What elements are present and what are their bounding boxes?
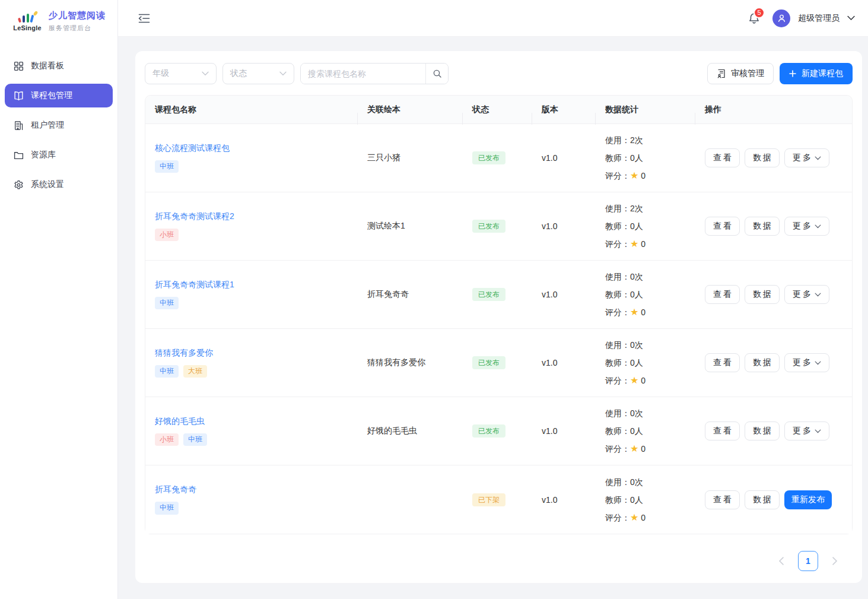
audit-icon xyxy=(717,69,726,78)
data-button[interactable]: 数据 xyxy=(745,353,780,372)
table-row: 猜猜我有多爱你中班大班猜猜我有多爱你已发布v1.0使用：0次教师：0人评分：★ … xyxy=(145,329,852,397)
linked-book-cell: 猜猜我有多爱你 xyxy=(358,357,463,368)
sidebar-item-dashboard[interactable]: 数据看板 xyxy=(5,54,113,78)
plus-icon xyxy=(789,70,796,77)
audit-manage-button[interactable]: 审核管理 xyxy=(707,63,774,84)
table-row: 折耳兔奇奇测试课程2小班测试绘本1已发布v1.0使用：2次教师：0人评分：★ 0… xyxy=(145,192,852,261)
status-cell: 已发布 xyxy=(463,221,532,232)
course-name-link[interactable]: 折耳兔奇奇测试课程1 xyxy=(155,280,234,290)
page-number[interactable]: 1 xyxy=(798,551,818,571)
avatar[interactable] xyxy=(772,9,790,27)
search-input[interactable] xyxy=(301,64,425,84)
version-cell: v1.0 xyxy=(532,153,596,163)
data-button[interactable]: 数据 xyxy=(745,285,780,304)
rating-stat: 评分：★ 0 xyxy=(605,167,686,185)
rating-stat: 评分：★ 0 xyxy=(605,509,686,527)
brand-subtitle: 服务管理后台 xyxy=(49,24,106,33)
data-button[interactable]: 数据 xyxy=(745,421,780,440)
chevron-down-icon xyxy=(815,156,821,160)
rating-stat: 评分：★ 0 xyxy=(605,372,686,389)
topbar: 5 超级管理员 xyxy=(118,0,868,37)
linked-book-cell: 好饿的毛毛虫 xyxy=(358,426,463,436)
more-button[interactable]: 更多 xyxy=(784,285,829,304)
grade-tags: 小班 xyxy=(155,229,348,242)
table-row: 折耳兔奇奇测试课程1中班折耳兔奇奇已发布v1.0使用：0次教师：0人评分：★ 0… xyxy=(145,261,852,329)
next-page-icon[interactable] xyxy=(831,557,838,565)
course-name-link[interactable]: 折耳兔奇奇 xyxy=(155,484,196,495)
course-name-link[interactable]: 折耳兔奇奇测试课程2 xyxy=(155,211,234,222)
grade-select-placeholder: 年级 xyxy=(152,68,169,79)
column-header: 数据统计 xyxy=(596,104,695,115)
view-button[interactable]: 查看 xyxy=(705,148,740,167)
more-button[interactable]: 更多 xyxy=(784,353,829,372)
actions-cell: 查看数据更多 xyxy=(695,148,852,167)
view-button[interactable]: 查看 xyxy=(705,285,740,304)
sidebar-item-building[interactable]: 租户管理 xyxy=(5,113,113,137)
grade-tags: 中班 xyxy=(155,297,348,310)
course-name-link[interactable]: 核心流程测试课程包 xyxy=(155,143,230,154)
star-icon: ★ xyxy=(630,307,638,317)
stats-cell: 使用：0次教师：0人评分：★ 0 xyxy=(596,404,695,458)
course-name-cell: 猜猜我有多爱你中班大班 xyxy=(145,348,358,378)
sidebar-item-folder[interactable]: 资源库 xyxy=(5,143,113,167)
sidebar-item-label: 课程包管理 xyxy=(31,90,72,101)
create-package-button[interactable]: 新建课程包 xyxy=(780,63,853,84)
status-badge: 已发布 xyxy=(472,288,505,301)
grade-tags: 中班 xyxy=(155,502,348,515)
sidebar: LeSingle 少儿智慧阅读 服务管理后台 数据看板课程包管理租户管理资源库系… xyxy=(0,0,118,599)
search-button[interactable] xyxy=(425,64,448,84)
more-button[interactable]: 更多 xyxy=(784,421,829,440)
app-root: LeSingle 少儿智慧阅读 服务管理后台 数据看板课程包管理租户管理资源库系… xyxy=(0,0,868,599)
table-body: 核心流程测试课程包中班三只小猪已发布v1.0使用：2次教师：0人评分：★ 0查看… xyxy=(145,124,852,534)
grade-tag: 中班 xyxy=(155,297,179,310)
data-button[interactable]: 数据 xyxy=(745,217,780,236)
menu-fold-icon[interactable] xyxy=(138,14,150,23)
brand: LeSingle 少儿智慧阅读 服务管理后台 xyxy=(0,0,117,42)
data-button[interactable]: 数据 xyxy=(745,148,780,167)
user-name[interactable]: 超级管理员 xyxy=(798,13,840,24)
status-cell: 已发布 xyxy=(463,426,532,436)
version-cell: v1.0 xyxy=(532,358,596,367)
more-button[interactable]: 更多 xyxy=(784,217,829,236)
logo-bars-icon xyxy=(14,11,40,24)
star-icon: ★ xyxy=(630,512,638,522)
grade-tag: 中班 xyxy=(183,433,207,446)
version-cell: v1.0 xyxy=(532,221,596,231)
chevron-down-icon[interactable] xyxy=(847,15,855,21)
dashboard-icon xyxy=(14,61,24,71)
chevron-down-icon xyxy=(815,361,821,365)
grade-tags: 中班 xyxy=(155,160,348,173)
republish-button[interactable]: 重新发布 xyxy=(784,490,832,509)
usage-stat: 使用：2次 xyxy=(605,131,686,149)
chevron-down-icon xyxy=(815,429,821,433)
course-name-link[interactable]: 好饿的毛毛虫 xyxy=(155,416,205,427)
course-name-link[interactable]: 猜猜我有多爱你 xyxy=(155,348,213,359)
view-button[interactable]: 查看 xyxy=(705,353,740,372)
view-button[interactable]: 查看 xyxy=(705,490,740,509)
prev-page-icon[interactable] xyxy=(778,557,785,565)
sidebar-item-book[interactable]: 课程包管理 xyxy=(5,84,113,107)
data-button[interactable]: 数据 xyxy=(745,490,780,509)
status-select[interactable]: 状态 xyxy=(222,63,294,84)
teacher-stat: 教师：0人 xyxy=(605,149,686,167)
stats-cell: 使用：0次教师：0人评分：★ 0 xyxy=(596,268,695,321)
actions-cell: 查看数据更多 xyxy=(695,353,852,372)
grade-select[interactable]: 年级 xyxy=(145,63,217,84)
star-icon: ★ xyxy=(630,239,638,249)
version-cell: v1.0 xyxy=(532,290,596,299)
notification-badge: 5 xyxy=(753,7,765,18)
chevron-down-icon xyxy=(815,224,821,229)
sidebar-item-gear[interactable]: 系统设置 xyxy=(5,173,113,197)
notification-bell[interactable]: 5 xyxy=(748,12,760,24)
rating-stat: 评分：★ 0 xyxy=(605,440,686,458)
create-package-label: 新建课程包 xyxy=(802,68,843,79)
status-badge: 已发布 xyxy=(472,356,505,369)
column-header: 状态 xyxy=(463,104,532,115)
more-button[interactable]: 更多 xyxy=(784,148,829,167)
view-button[interactable]: 查看 xyxy=(705,421,740,440)
actions-cell: 查看数据更多 xyxy=(695,217,852,236)
grade-tag: 中班 xyxy=(155,365,179,378)
usage-stat: 使用：0次 xyxy=(605,336,686,354)
building-icon xyxy=(14,121,24,131)
view-button[interactable]: 查看 xyxy=(705,217,740,236)
